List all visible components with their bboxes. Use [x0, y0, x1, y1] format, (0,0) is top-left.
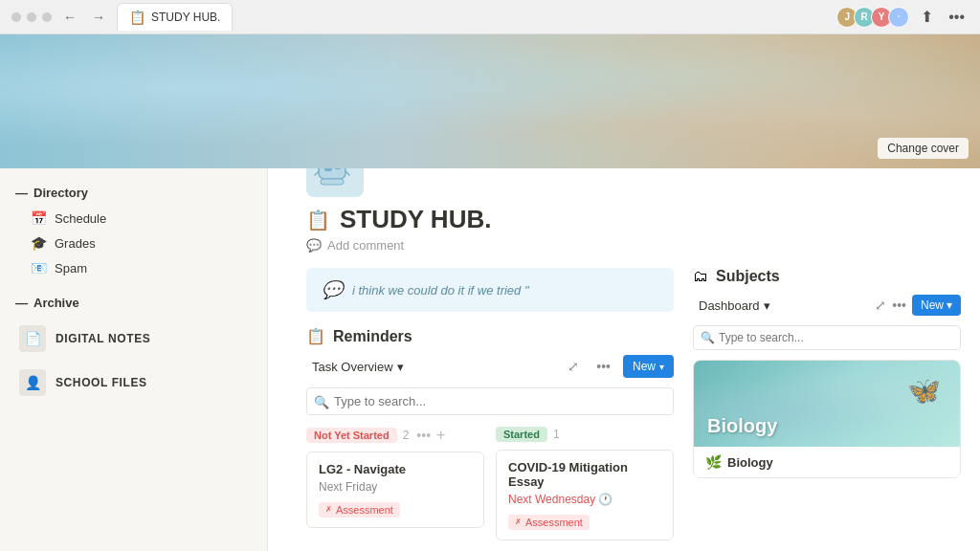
task-tag-covid: ✗ Assessment: [508, 515, 590, 530]
not-started-plus[interactable]: +: [436, 427, 445, 444]
sidebar-item-schedule[interactable]: 📅 Schedule •••: [4, 206, 263, 231]
started-badge: Started: [496, 427, 547, 442]
biology-footer-icon: 🌿: [705, 454, 722, 470]
subjects-search-icon: 🔍: [701, 331, 715, 344]
browser-bar: ← → 📋 STUDY HUB. J R Y · ⬆ •••: [0, 0, 980, 34]
avatar-group: J R Y ·: [840, 7, 909, 28]
browser-dot-red: [11, 12, 21, 22]
comment-icon: 💬: [306, 238, 322, 253]
browser-dot-yellow: [27, 12, 36, 22]
quote-block: 💬 i think we could do it if we tried ": [306, 268, 674, 312]
browser-actions: J R Y · ⬆ •••: [840, 6, 969, 28]
tag-dot-covid: ✗: [515, 518, 522, 526]
forward-button[interactable]: →: [88, 8, 109, 27]
reminders-search-icon: 🔍: [314, 394, 329, 408]
avatar-4: ·: [888, 7, 909, 28]
reminders-title: Reminders: [333, 328, 412, 345]
task-overview-button[interactable]: Task Overview ▾: [306, 357, 410, 377]
task-title-lg2: LG2 - Navigate: [319, 462, 472, 476]
digital-notes-label: DIGITAL NOTES: [56, 332, 150, 345]
browser-dot-green: [42, 12, 52, 22]
reminders-new-button[interactable]: New ▾: [623, 355, 674, 378]
not-yet-started-header: Not Yet Started 2 ••• +: [306, 427, 484, 444]
add-comment[interactable]: 💬 Add comment: [306, 238, 942, 253]
subjects-search-input[interactable]: [693, 325, 961, 350]
page-icon: [306, 168, 364, 197]
reminders-new-label: New: [633, 360, 656, 373]
not-yet-started-count: 2: [403, 429, 410, 442]
grades-icon: 🎓: [31, 235, 47, 251]
svg-rect-2: [335, 168, 341, 169]
subject-card-label-biology: Biology: [707, 415, 777, 437]
task-card-lg2[interactable]: LG2 - Navigate Next Friday ✗ Assessment: [306, 452, 484, 528]
page-title-text: STUDY HUB.: [340, 205, 491, 234]
subjects-toolbar: Dashboard ▾ ⤢ ••• New ▾: [693, 295, 961, 316]
schedule-label: Schedule: [55, 211, 226, 226]
tag-dot: ✗: [325, 505, 332, 514]
task-tag-lg2: ✗ Assessment: [319, 502, 400, 518]
svg-rect-1: [324, 168, 332, 171]
share-button[interactable]: ⬆: [917, 6, 937, 28]
change-cover-button[interactable]: Change cover: [878, 138, 969, 159]
page: Change cover — Directory 📅 Schedule ••• …: [0, 34, 980, 551]
subjects-search-wrapper: 🔍: [693, 325, 961, 350]
started-count: 1: [553, 428, 560, 441]
spam-label: Spam: [55, 261, 226, 276]
browser-tab[interactable]: 📋 STUDY HUB.: [117, 3, 233, 31]
spam-icon: 📧: [31, 260, 47, 276]
sidebar-item-spam[interactable]: 📧 Spam •••: [4, 255, 263, 280]
subjects-icon: 🗂: [693, 268, 708, 285]
right-column: 🗂 Subjects Dashboard ▾ ⤢ ••• New: [693, 268, 961, 548]
digital-notes-icon: 📄: [19, 325, 46, 352]
directory-label: Directory: [33, 186, 88, 200]
directory-dash: —: [15, 186, 28, 200]
reminders-search-input[interactable]: [306, 387, 674, 415]
dragonfly-icon: 🦋: [907, 375, 941, 407]
add-comment-label: Add comment: [327, 238, 404, 253]
page-title-icon: 📋: [306, 209, 330, 231]
left-column: 💬 i think we could do it if we tried " 📋…: [306, 268, 674, 548]
new-btn-caret: ▾: [659, 362, 664, 372]
sidebar-archive-header[interactable]: — Archive: [0, 290, 267, 316]
expand-icon-button[interactable]: ⤢: [563, 356, 584, 377]
archive-item-digital-notes[interactable]: 📄 DIGITAL NOTES: [4, 318, 263, 360]
archive-item-school-files[interactable]: 👤 SCHOOL FILES: [4, 362, 263, 404]
reminders-header: 📋 Reminders: [306, 327, 674, 345]
archive-label: Archive: [33, 296, 79, 310]
page-title: 📋 STUDY HUB.: [306, 205, 942, 234]
browser-controls: [11, 12, 52, 22]
task-date-covid: Next Wednesday 🕐: [508, 493, 661, 506]
grades-label: Grades: [55, 236, 226, 251]
back-button[interactable]: ←: [59, 8, 80, 27]
task-card-covid[interactable]: COVID-19 Mitigation Essay Next Wednesday…: [496, 450, 674, 540]
subjects-expand-button[interactable]: ⤢: [875, 298, 886, 313]
more-button[interactable]: •••: [945, 7, 969, 28]
reminders-search-wrapper: 🔍: [306, 387, 674, 415]
not-yet-started-column: Not Yet Started 2 ••• + LG2 - Navigate N…: [306, 427, 484, 548]
quote-text: i think we could do it if we tried ": [352, 283, 529, 298]
archive-dash: —: [15, 296, 28, 310]
study-hub-svg-icon: [311, 168, 359, 192]
subjects-new-button[interactable]: New ▾: [912, 295, 961, 316]
subjects-more-button[interactable]: •••: [892, 298, 906, 313]
subjects-header: 🗂 Subjects: [693, 268, 961, 285]
not-started-dots: •••: [416, 428, 431, 443]
started-header: Started 1: [496, 427, 674, 442]
subjects-title: Subjects: [716, 268, 961, 285]
sidebar-directory-header[interactable]: — Directory: [0, 180, 267, 206]
task-toolbar: Task Overview ▾ ⤢ ••• New ▾: [306, 355, 674, 378]
school-files-label: SCHOOL FILES: [56, 376, 147, 389]
cover-background: [0, 34, 980, 168]
biology-footer-label: Biology: [727, 455, 773, 470]
dashboard-chevron: ▾: [764, 298, 770, 313]
schedule-icon: 📅: [31, 210, 47, 226]
subject-card-footer-biology: 🌿 Biology: [694, 447, 960, 477]
subject-card-biology[interactable]: 🦋 Biology 🌿 Biology: [693, 360, 961, 478]
page-header-area: 📋 STUDY HUB. 💬 Add comment: [268, 168, 980, 253]
more-options-button[interactable]: •••: [591, 356, 615, 377]
reminders-icon: 📋: [306, 327, 325, 345]
dashboard-button[interactable]: Dashboard ▾: [693, 296, 776, 316]
task-overview-label: Task Overview: [312, 360, 393, 374]
sidebar-item-grades[interactable]: 🎓 Grades •••: [4, 231, 263, 255]
sidebar: — Directory 📅 Schedule ••• 🎓 Grades ••• …: [0, 168, 268, 551]
